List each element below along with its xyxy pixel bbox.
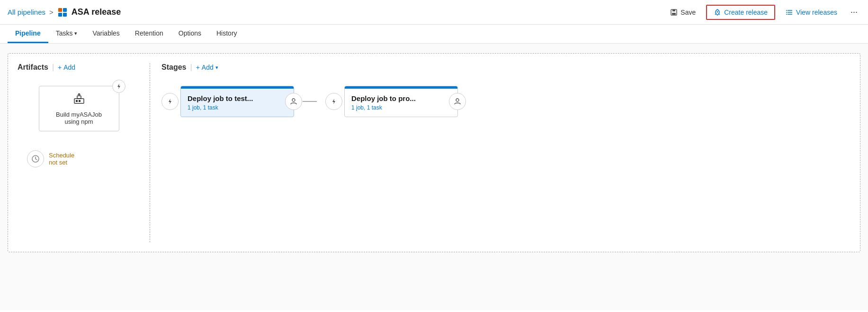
artifact-build-icon [46, 92, 112, 108]
header-left: All pipelines > ASA release [8, 7, 121, 18]
all-pipelines-link[interactable]: All pipelines [8, 8, 45, 16]
artifacts-panel-header: Artifacts | + Add [18, 63, 140, 72]
svg-point-22 [292, 99, 295, 101]
header: All pipelines > ASA release Save [0, 0, 868, 25]
svg-rect-6 [672, 13, 676, 15]
nav-tabs: Pipeline Tasks ▾ Variables Retention Opt… [0, 25, 868, 44]
artifact-trigger-circle[interactable] [112, 80, 125, 93]
stage-connector-line [303, 101, 317, 102]
stages-panel-header: Stages | + Add ▾ [161, 63, 850, 72]
stage1-lightning-icon [167, 98, 173, 105]
stage1-person-icon [290, 98, 297, 105]
stage2-card[interactable]: Deploy job to pro... 1 job, 1 task [344, 86, 458, 117]
svg-rect-17 [77, 96, 81, 99]
header-right: Save Create release View releases [665, 4, 860, 20]
svg-point-11 [786, 10, 787, 11]
svg-point-7 [717, 11, 718, 12]
svg-rect-5 [672, 9, 675, 11]
svg-rect-0 [58, 8, 62, 12]
stages-separator: | [190, 63, 192, 72]
svg-rect-16 [79, 100, 81, 102]
stages-panel: Stages | + Add ▾ [150, 63, 850, 242]
artifacts-panel: Artifacts | + Add [18, 63, 150, 242]
stage2-person-icon [454, 98, 461, 105]
stages-flow: Deploy job to test... 1 job, 1 task [161, 86, 850, 117]
lightning-bolt-icon [116, 83, 122, 90]
tasks-chevron-icon: ▾ [74, 30, 77, 37]
main-content: Artifacts | + Add [0, 44, 868, 310]
svg-rect-3 [63, 13, 67, 17]
stage2-lightning-icon [331, 98, 337, 105]
stage2-pre-trigger-circle[interactable] [325, 93, 342, 110]
view-releases-button[interactable]: View releases [781, 6, 842, 19]
breadcrumb-separator: > [49, 8, 54, 16]
svg-point-12 [786, 12, 787, 13]
rocket-icon [714, 9, 721, 16]
svg-rect-1 [63, 8, 67, 12]
stage1-card[interactable]: Deploy job to test... 1 job, 1 task [180, 86, 294, 117]
tab-tasks[interactable]: Tasks ▾ [48, 25, 85, 43]
stage2-post-approval-circle[interactable] [449, 93, 466, 110]
pipeline-logo-icon [57, 7, 68, 18]
stage1-post-approval-circle[interactable] [285, 93, 302, 110]
stage2-name: Deploy job to pro... [351, 94, 451, 102]
add-stage-chevron-icon: ▾ [215, 64, 218, 71]
stage1-meta: 1 job, 1 task [188, 104, 287, 111]
artifact-card[interactable]: Build myASAJobusing npm [39, 86, 119, 131]
stage1-name: Deploy job to test... [188, 94, 287, 102]
tab-retention[interactable]: Retention [127, 25, 171, 43]
pipeline-canvas: Artifacts | + Add [8, 53, 860, 252]
save-icon [670, 9, 678, 16]
artifacts-separator: | [52, 63, 54, 72]
svg-point-13 [786, 14, 787, 15]
add-artifact-plus-icon: + [58, 64, 62, 71]
add-stage-plus-icon: + [196, 64, 200, 71]
svg-point-23 [456, 99, 459, 101]
stage2-meta: 1 job, 1 task [351, 104, 451, 111]
tab-history[interactable]: History [209, 25, 245, 43]
tab-pipeline[interactable]: Pipeline [8, 25, 48, 43]
stage1-body: Deploy job to test... 1 job, 1 task [181, 89, 294, 117]
stage1-pre-trigger-circle[interactable] [161, 93, 179, 110]
svg-rect-2 [58, 13, 62, 17]
stages-title: Stages [161, 63, 186, 72]
svg-rect-15 [76, 100, 78, 102]
create-release-button[interactable]: Create release [706, 5, 775, 20]
artifact-name: Build myASAJobusing npm [46, 111, 112, 125]
schedule-label: Schedulenot set [49, 152, 74, 166]
add-stage-button[interactable]: + Add ▾ [196, 64, 218, 71]
add-artifact-button[interactable]: + Add [58, 64, 75, 71]
clock-icon [31, 155, 40, 163]
tab-variables[interactable]: Variables [85, 25, 127, 43]
page-title: ASA release [72, 7, 121, 17]
schedule-icon-wrap[interactable] [27, 150, 44, 167]
save-button[interactable]: Save [665, 6, 700, 19]
list-icon [786, 9, 793, 16]
artifacts-title: Artifacts [18, 63, 48, 72]
tab-options[interactable]: Options [171, 25, 209, 43]
stage2-body: Deploy job to pro... 1 job, 1 task [345, 89, 457, 117]
schedule-section: Schedulenot set [18, 150, 140, 167]
more-options-button[interactable]: ··· [848, 4, 860, 20]
